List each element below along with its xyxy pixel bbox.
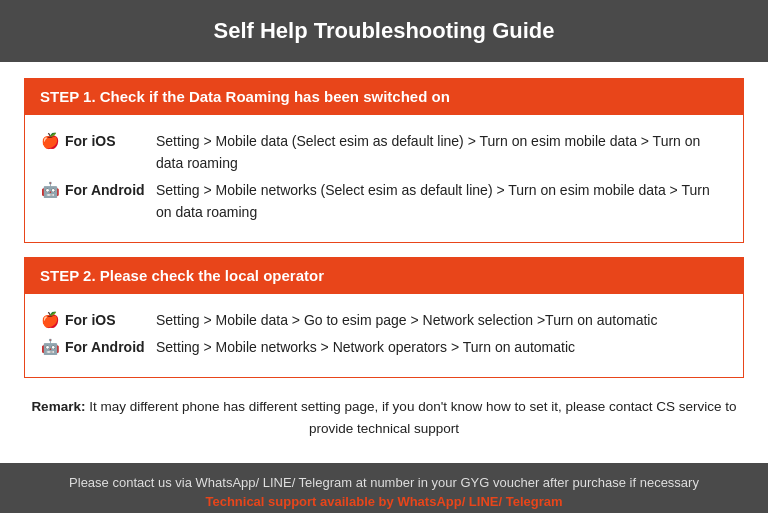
step2-header: STEP 2. Please check the local operator [24, 257, 744, 294]
page-header: Self Help Troubleshooting Guide [0, 0, 768, 62]
step1-android-row: 🤖 For Android Setting > Mobile networks … [41, 180, 727, 223]
step1-android-label: 🤖 For Android [41, 180, 156, 199]
step2-body: 🍎 For iOS Setting > Mobile data > Go to … [24, 294, 744, 378]
remark-section: Remark: It may different phone has diffe… [24, 392, 744, 447]
main-card: Self Help Troubleshooting Guide STEP 1. … [0, 0, 768, 513]
step1-header: STEP 1. Check if the Data Roaming has be… [24, 78, 744, 115]
ios-icon: 🍎 [41, 132, 60, 150]
step2-android-label: 🤖 For Android [41, 337, 156, 356]
step1-ios-row: 🍎 For iOS Setting > Mobile data (Select … [41, 131, 727, 174]
step1-ios-label: 🍎 For iOS [41, 131, 156, 150]
step2-ios-row: 🍎 For iOS Setting > Mobile data > Go to … [41, 310, 727, 332]
footer-support-text: Technical support available by WhatsApp/… [16, 494, 752, 509]
footer-main-text: Please contact us via WhatsApp/ LINE/ Te… [16, 475, 752, 490]
step1-section: STEP 1. Check if the Data Roaming has be… [24, 78, 744, 243]
step2-ios-text: Setting > Mobile data > Go to esim page … [156, 310, 727, 332]
main-content: STEP 1. Check if the Data Roaming has be… [0, 62, 768, 463]
step2-section: STEP 2. Please check the local operator … [24, 257, 744, 378]
remark-text: It may different phone has different set… [89, 399, 736, 436]
android-icon-2: 🤖 [41, 338, 60, 356]
page-footer: Please contact us via WhatsApp/ LINE/ Te… [0, 463, 768, 513]
ios-icon-2: 🍎 [41, 311, 60, 329]
step1-ios-text: Setting > Mobile data (Select esim as de… [156, 131, 727, 174]
android-icon: 🤖 [41, 181, 60, 199]
step2-android-row: 🤖 For Android Setting > Mobile networks … [41, 337, 727, 359]
page-title: Self Help Troubleshooting Guide [20, 18, 748, 44]
remark-prefix: Remark: [31, 399, 85, 414]
step1-body: 🍎 For iOS Setting > Mobile data (Select … [24, 115, 744, 243]
step1-android-text: Setting > Mobile networks (Select esim a… [156, 180, 727, 223]
step2-android-text: Setting > Mobile networks > Network oper… [156, 337, 727, 359]
step2-ios-label: 🍎 For iOS [41, 310, 156, 329]
